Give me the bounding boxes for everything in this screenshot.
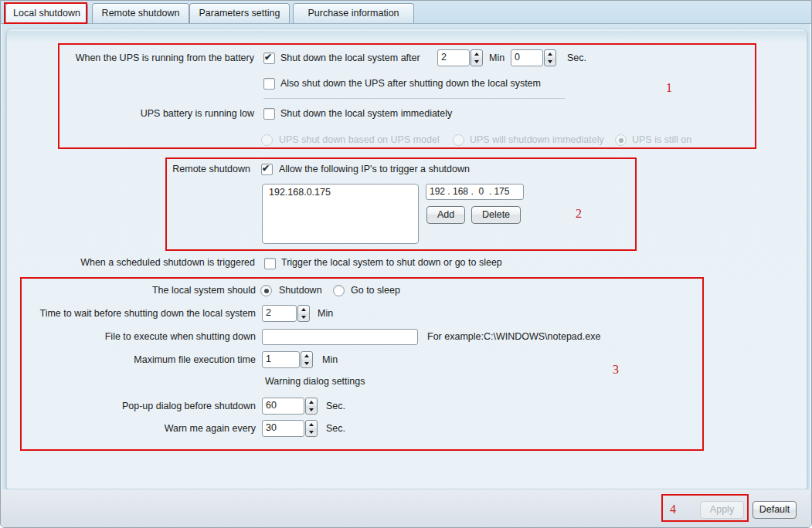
default-button-label: Default	[759, 504, 790, 515]
default-button[interactable]: Default	[753, 501, 797, 519]
annotation-box-tab	[4, 2, 87, 24]
annotation-box-3	[20, 277, 704, 451]
trigger-local-checkbox[interactable]	[264, 258, 276, 269]
trigger-local-label: Trigger the local system to shut down or…	[281, 256, 502, 269]
tab-remote-shutdown[interactable]: Remote shutdown	[92, 3, 189, 23]
annotation-box-1	[58, 43, 756, 149]
tab-parameters-setting[interactable]: Parameters setting	[189, 3, 290, 23]
annotation-number-2: 2	[576, 208, 582, 220]
tab-purchase-information-label: Purchase information	[307, 8, 399, 19]
annotation-number-3: 3	[613, 364, 619, 376]
annotation-box-2	[165, 157, 637, 251]
tab-remote-shutdown-label: Remote shutdown	[102, 8, 180, 19]
tab-parameters-setting-label: Parameters setting	[199, 8, 280, 19]
tab-purchase-information[interactable]: Purchase information	[293, 3, 414, 23]
scheduled-shutdown-label: When a scheduled shutdown is triggered	[32, 256, 255, 269]
annotation-number-1: 1	[666, 82, 672, 94]
annotation-number-4: 4	[670, 503, 676, 516]
ups-settings-window: Local shutdown Remote shutdown Parameter…	[0, 0, 812, 528]
